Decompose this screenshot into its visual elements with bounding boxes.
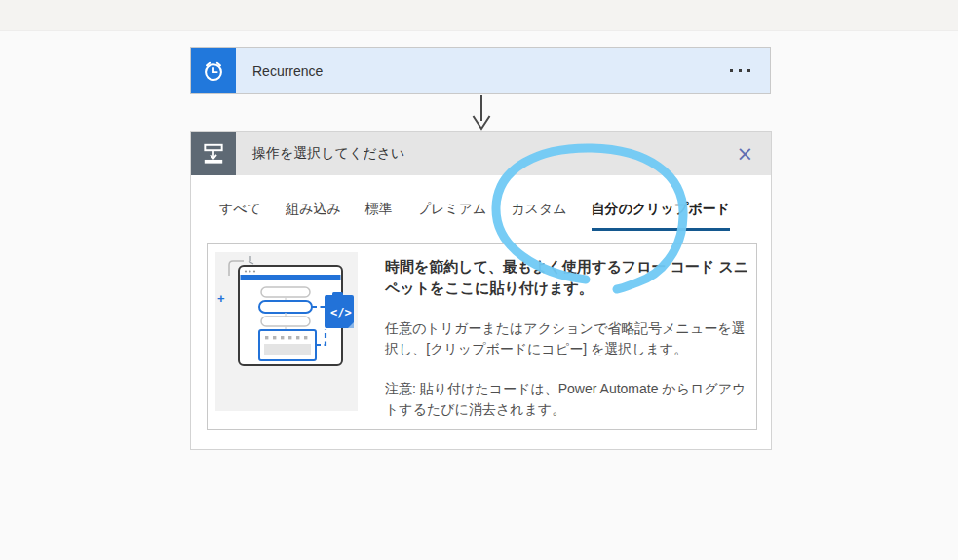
tab-standard[interactable]: 標準 <box>365 201 393 231</box>
svg-text:+: + <box>217 291 225 306</box>
clipboard-instructions: 任意のトリガーまたはアクションで省略記号メニューを選択し、[クリップボードにコピ… <box>385 318 757 359</box>
down-arrow-icon <box>471 94 492 134</box>
panel-title: 操作を選択してください <box>252 145 730 163</box>
tab-my-clipboard[interactable]: 自分のクリップボード <box>592 201 730 231</box>
tab-premium[interactable]: プレミアム <box>417 201 487 231</box>
tab-built-in[interactable]: 組み込み <box>286 201 341 231</box>
svg-text:</>: </> <box>330 306 352 319</box>
clipboard-note: 注意: 貼り付けたコードは、Power Automate からログアウトするたび… <box>385 379 757 420</box>
insert-action-icon <box>191 132 236 175</box>
clipboard-info-text: 時間を節約して、最もよく使用するフロー コード スニペットをここに貼り付けます。… <box>385 256 757 420</box>
choose-action-panel: 操作を選択してください × すべて 組み込み 標準 プレミアム カスタム 自分の… <box>190 131 772 450</box>
flow-window-clipboard-illustration: + <box>215 252 358 411</box>
ellipsis-icon[interactable] <box>726 63 754 78</box>
panel-header: 操作を選択してください × <box>191 132 771 175</box>
clipboard-empty-state: + <box>207 243 757 430</box>
close-icon[interactable]: × <box>730 142 759 167</box>
recurrence-trigger-card[interactable]: Recurrence <box>190 47 771 94</box>
tab-all[interactable]: すべて <box>219 201 261 231</box>
tab-custom[interactable]: カスタム <box>511 201 566 231</box>
alarm-clock-icon <box>191 48 236 93</box>
trigger-title: Recurrence <box>252 63 726 79</box>
clipboard-heading: 時間を節約して、最もよく使用するフロー コード スニペットをここに貼り付けます。 <box>385 256 757 299</box>
connector-category-tabs: すべて 組み込み 標準 プレミアム カスタム 自分のクリップボード <box>219 201 771 231</box>
top-band <box>0 0 958 31</box>
